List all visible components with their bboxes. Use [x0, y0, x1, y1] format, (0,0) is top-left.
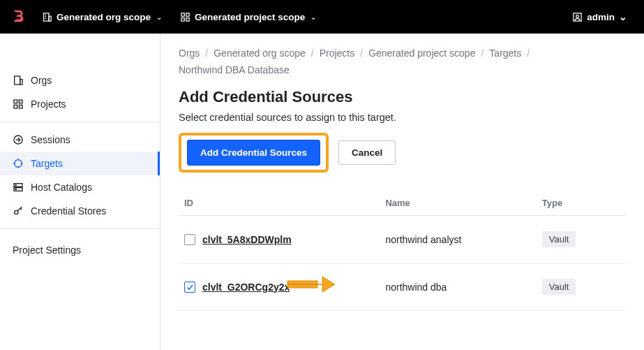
org-scope-selector[interactable]: Generated org scope ⌄	[36, 8, 167, 27]
svg-rect-14	[19, 100, 22, 103]
row-checkbox[interactable]	[184, 282, 195, 293]
key-icon	[13, 205, 24, 217]
entry-icon	[13, 134, 24, 145]
credential-id-link[interactable]: clvlt_5A8xDDWplm	[202, 234, 292, 245]
chevron-down-icon: ⌄	[310, 13, 316, 21]
svg-point-10	[576, 15, 579, 17]
svg-rect-4	[49, 16, 51, 21]
boundary-logo	[11, 9, 27, 24]
page-title: Add Credential Sources	[179, 88, 626, 106]
svg-rect-11	[15, 76, 20, 85]
sidebar-item-label: Credential Stores	[31, 205, 106, 217]
svg-rect-15	[14, 105, 17, 108]
svg-rect-16	[19, 105, 22, 108]
topbar: Generated org scope ⌄ Generated project …	[0, 0, 644, 34]
breadcrumb: Orgs/ Generated org scope/ Projects/ Gen…	[179, 48, 626, 75]
svg-point-26	[15, 184, 16, 185]
breadcrumb-item[interactable]: Generated project scope	[368, 48, 475, 59]
svg-line-30	[20, 208, 22, 210]
credential-name: northwind analyst	[380, 216, 536, 263]
main-content: Orgs/ Generated org scope/ Projects/ Gen…	[160, 34, 644, 350]
sidebar-item-label: Orgs	[31, 75, 52, 86]
page-subtitle: Select credential sources to assign to t…	[179, 112, 626, 123]
sidebar-item-host-catalogs[interactable]: Host Catalogs	[0, 175, 160, 199]
svg-rect-12	[20, 80, 22, 85]
svg-rect-5	[181, 13, 184, 15]
col-name: Name	[380, 191, 536, 216]
org-icon	[13, 75, 24, 86]
credential-name: northwind dba	[380, 263, 536, 311]
type-badge: Vault	[542, 231, 576, 247]
sidebar-item-label: Targets	[31, 158, 63, 169]
breadcrumb-item[interactable]: Northwind DBA Database	[179, 64, 290, 75]
sidebar-item-label: Sessions	[31, 134, 70, 145]
sidebar-item-projects[interactable]: Projects	[0, 92, 160, 116]
cancel-button[interactable]: Cancel	[338, 140, 396, 165]
sidebar-item-label: Host Catalogs	[31, 182, 92, 193]
sidebar-item-orgs[interactable]: Orgs	[0, 68, 160, 92]
breadcrumb-item[interactable]: Orgs	[179, 48, 200, 59]
svg-rect-6	[186, 13, 189, 15]
chevron-down-icon: ⌄	[156, 13, 162, 21]
breadcrumb-item[interactable]: Projects	[320, 48, 355, 59]
sidebar-item-label: Project Settings	[13, 245, 81, 256]
type-badge: Vault	[542, 279, 576, 295]
svg-point-27	[15, 189, 16, 189]
sidebar-item-project-settings[interactable]: Project Settings	[0, 235, 160, 265]
project-scope-selector[interactable]: Generated project scope ⌄	[174, 8, 322, 27]
sidebar: Orgs Projects Sessions Targets Host Cata…	[0, 34, 160, 350]
sidebar-item-credential-stores[interactable]: Credential Stores	[0, 199, 160, 223]
grid-icon	[13, 99, 24, 110]
server-icon	[13, 182, 24, 193]
svg-point-28	[15, 210, 18, 214]
svg-rect-7	[181, 17, 184, 20]
callout-highlight: Add Credential Sources	[179, 133, 329, 173]
credential-id-link[interactable]: clvlt_G2ORCg2y2x	[202, 282, 290, 293]
target-icon	[13, 158, 24, 169]
sidebar-item-sessions[interactable]: Sessions	[0, 128, 160, 152]
table-row: clvlt_5A8xDDWplm northwind analyst Vault	[179, 216, 626, 263]
sidebar-item-targets[interactable]: Targets	[0, 152, 160, 175]
row-checkbox[interactable]	[184, 234, 195, 245]
svg-point-19	[15, 160, 22, 168]
add-credential-sources-button[interactable]: Add Credential Sources	[187, 140, 320, 166]
project-scope-label: Generated project scope	[195, 12, 305, 22]
credential-sources-table: ID Name Type clvlt_5A8xDDWplm northwind …	[179, 191, 626, 311]
user-menu[interactable]: admin ⌄	[567, 7, 633, 27]
svg-rect-8	[186, 17, 189, 20]
svg-rect-13	[14, 100, 17, 103]
chevron-down-icon: ⌄	[619, 11, 627, 22]
table-row: clvlt_G2ORCg2y2x northwind dba Vault	[179, 263, 626, 311]
col-type: Type	[537, 191, 626, 216]
arrow-callout-icon	[286, 274, 336, 295]
user-label: admin	[587, 12, 615, 22]
col-id: ID	[179, 191, 380, 216]
org-scope-label: Generated org scope	[57, 12, 151, 22]
breadcrumb-item[interactable]: Generated org scope	[214, 48, 306, 59]
breadcrumb-item[interactable]: Targets	[489, 48, 521, 59]
sidebar-item-label: Projects	[31, 99, 66, 110]
